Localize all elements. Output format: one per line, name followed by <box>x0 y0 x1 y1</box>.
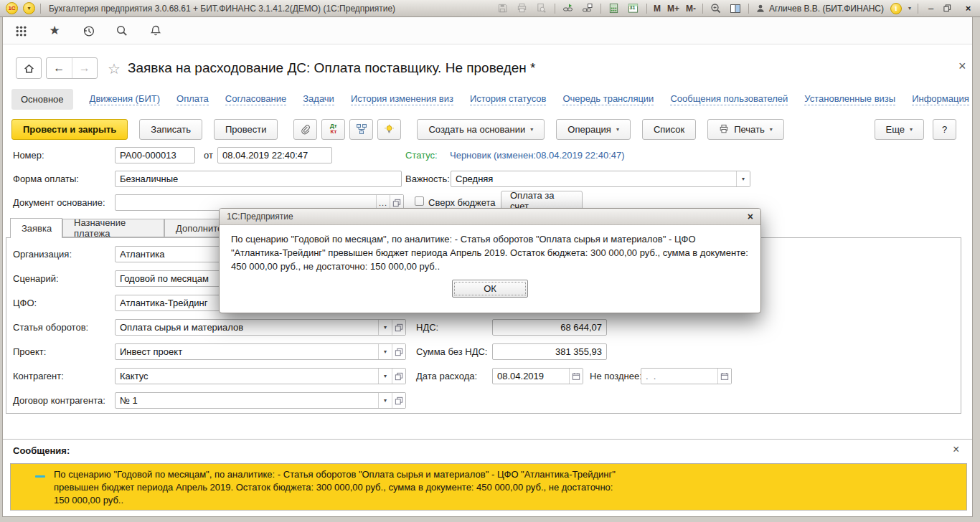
status-value-link[interactable]: Черновик (изменен:08.04.2019 22:40:47) <box>450 150 625 161</box>
current-user[interactable]: Агличев В.В. (БИТ.ФИНАНС) <box>755 4 884 14</box>
contract-input[interactable] <box>116 393 378 408</box>
favorites-icon[interactable]: ★ <box>47 24 62 38</box>
back-button[interactable]: ← <box>47 58 72 78</box>
sum-without-vat-input[interactable] <box>492 343 607 360</box>
person-icon <box>755 4 765 14</box>
go-to-link-icon[interactable] <box>581 2 594 15</box>
contract-dropdown-button[interactable]: ▾ <box>378 393 392 408</box>
over-budget-label[interactable]: Сверх бюджета <box>428 197 496 208</box>
history-nav-buttons: ← → <box>46 57 98 79</box>
importance-dropdown-button[interactable]: ▾ <box>736 171 750 186</box>
history-icon[interactable] <box>81 24 95 38</box>
main-menu-button[interactable]: ▾ <box>23 2 35 14</box>
dialog-close-icon[interactable]: × <box>748 211 753 222</box>
tab-osnovnoe[interactable]: Основное <box>11 89 73 110</box>
messages-title: Сообщения: <box>13 445 70 456</box>
tab-soobshcheniya-polzovatelej[interactable]: Сообщения пользователей <box>670 93 788 105</box>
contract-open-button[interactable] <box>392 393 405 408</box>
contract-field: ▾ <box>115 392 406 409</box>
info-caret-icon[interactable]: ▾ <box>908 5 911 11</box>
not-later-input[interactable] <box>641 369 717 384</box>
vat-label: НДС: <box>416 322 438 333</box>
memory-m-button[interactable]: M <box>654 4 661 14</box>
payment-form-input[interactable] <box>115 171 402 187</box>
advice-bulb-button[interactable] <box>377 119 401 140</box>
project-open-button[interactable] <box>392 344 405 359</box>
post-and-close-button[interactable]: Провести и закрыть <box>11 119 128 140</box>
tab-oplata[interactable]: Оплата <box>176 93 209 105</box>
project-dropdown-button[interactable]: ▾ <box>378 344 392 359</box>
expense-date-calendar-button[interactable] <box>569 369 583 384</box>
tab-dvizheniya-bit[interactable]: Движения (БИТ) <box>90 93 160 105</box>
operation-button[interactable]: Операция▾ <box>556 119 631 140</box>
divider <box>702 4 703 14</box>
calculator-icon[interactable] <box>608 2 621 15</box>
message-item[interactable]: По сценарию "Годовой по месяцам", по ана… <box>10 463 967 511</box>
tab-zayavka[interactable]: Заявка <box>10 218 62 238</box>
turnover-item-open-button[interactable] <box>392 320 405 335</box>
notifications-bell-icon[interactable] <box>149 24 163 38</box>
create-on-base-button[interactable]: Создать на основании▾ <box>417 119 545 140</box>
restore-button[interactable] <box>943 4 956 12</box>
messages-close-icon[interactable]: × <box>953 443 959 456</box>
over-budget-checkbox[interactable] <box>415 196 424 206</box>
window-close-button[interactable]: × <box>962 3 974 14</box>
tab-informaciya[interactable]: Информация <box>912 93 969 105</box>
tab-soglasovanie[interactable]: Согласование <box>225 93 286 105</box>
list-button[interactable]: Список <box>642 119 696 140</box>
tab-zadachi[interactable]: Задачи <box>303 93 334 105</box>
counterparty-open-button[interactable] <box>392 369 405 384</box>
forward-button[interactable]: → <box>72 58 98 78</box>
document-date-input[interactable] <box>217 147 332 163</box>
print-button[interactable]: Печать▾ <box>707 119 784 140</box>
counterparty-input[interactable] <box>116 369 378 384</box>
turnover-item-dropdown-button[interactable]: ▾ <box>378 320 392 335</box>
navigation-tabs: Основное Движения (БИТ) Оплата Согласова… <box>3 87 972 110</box>
divider <box>555 4 555 14</box>
get-link-icon[interactable] <box>562 2 575 15</box>
attachments-paperclip-button[interactable] <box>293 119 317 140</box>
menu-grid-icon[interactable] <box>14 24 28 38</box>
split-window-icon[interactable] <box>729 2 742 15</box>
vat-input[interactable] <box>492 319 607 336</box>
not-later-calendar-button[interactable] <box>717 369 731 384</box>
tab-istoriya-viz[interactable]: История изменения виз <box>351 93 453 105</box>
print-preview-icon[interactable] <box>535 2 548 15</box>
tab-naznachenie-platezha[interactable]: Назначение платежа <box>62 219 164 237</box>
calendar-icon[interactable]: 31 <box>627 2 640 15</box>
add-to-favorites-star-icon[interactable]: ☆ <box>108 60 121 77</box>
search-icon[interactable] <box>115 24 129 38</box>
titlebar-actions: 31 M M+ M- Агличев В.В. (БИТ.ФИНАНС) i ▾… <box>496 2 974 15</box>
info-icon[interactable]: i <box>890 3 902 14</box>
memory-m-minus-button[interactable]: M- <box>686 4 696 14</box>
project-input[interactable] <box>116 344 378 359</box>
expense-date-input[interactable] <box>493 369 569 384</box>
print-icon[interactable] <box>516 2 529 15</box>
importance-input[interactable] <box>451 171 736 186</box>
payment-form-label: Форма оплаты: <box>13 174 79 184</box>
post-button[interactable]: Провести <box>214 119 278 140</box>
number-input[interactable] <box>115 147 195 163</box>
tab-ustanovlennye-vizy[interactable]: Установленные визы <box>804 93 895 105</box>
minimize-button[interactable]: – <box>925 3 937 14</box>
write-button[interactable]: Записать <box>139 119 202 140</box>
document-structure-button[interactable] <box>349 119 373 140</box>
memory-m-plus-button[interactable]: M+ <box>667 4 679 14</box>
turnover-item-field: ▾ <box>115 319 406 336</box>
home-button[interactable] <box>16 57 42 79</box>
dt-kt-postings-button[interactable]: Дт Кт <box>321 119 345 140</box>
zoom-icon[interactable] <box>710 2 722 15</box>
app-title: Бухгалтерия предприятия 3.0.68.61 + БИТ.… <box>49 4 395 14</box>
form-close-icon[interactable]: × <box>958 59 966 74</box>
divider <box>40 4 41 14</box>
ok-button[interactable]: ОК <box>452 280 528 298</box>
turnover-item-input[interactable] <box>116 320 378 335</box>
counterparty-dropdown-button[interactable]: ▾ <box>378 369 392 384</box>
help-button[interactable]: ? <box>933 119 956 140</box>
more-button[interactable]: Еще▾ <box>875 119 924 140</box>
1c-logo-icon[interactable]: 1С <box>6 2 18 14</box>
tab-ochered-translyacii[interactable]: Очередь трансляции <box>562 93 654 105</box>
save-icon[interactable] <box>496 2 509 15</box>
tab-istoriya-statusov[interactable]: История статусов <box>470 93 547 105</box>
pay-at-expense-button[interactable]: Оплата за счет <box>501 191 583 210</box>
